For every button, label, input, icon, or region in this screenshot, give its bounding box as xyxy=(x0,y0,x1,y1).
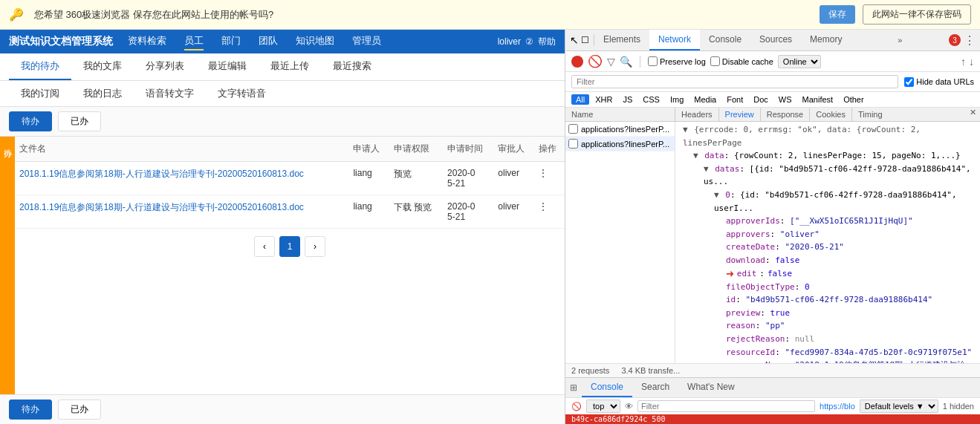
subnav-pending[interactable]: 我的待办 xyxy=(9,53,71,80)
console-level-select[interactable]: Default levels ▼ xyxy=(860,399,938,413)
help-link[interactable]: 帮助 xyxy=(538,36,556,48)
save-button[interactable]: 保存 xyxy=(820,5,855,24)
settings-icon[interactable]: ⋮ xyxy=(964,33,976,48)
filter-input[interactable] xyxy=(571,75,898,88)
col-headers[interactable]: Headers xyxy=(675,108,719,121)
filter-button[interactable]: ▽ xyxy=(607,56,615,68)
request-list: applications?linesPerP... applications?l… xyxy=(565,122,675,363)
dt-tab-memory[interactable]: Memory xyxy=(801,30,851,50)
tab-done[interactable]: 已办 xyxy=(58,111,101,131)
file-link-1[interactable]: 2018.1.19信息参阅第18期-人行道建设与治理专刊-20200520160… xyxy=(19,169,304,179)
date-1: 2020-05-21 xyxy=(443,162,493,195)
page-1-button[interactable]: 1 xyxy=(279,236,300,257)
type-font[interactable]: Font xyxy=(722,94,747,105)
console-area: ⊞ Console Search What's New 🚫 top 👁 http… xyxy=(565,377,980,414)
type-css[interactable]: CSS xyxy=(638,94,664,105)
tab-pending[interactable]: 待办 xyxy=(9,111,52,131)
preserve-log-checkbox[interactable] xyxy=(648,56,658,66)
type-img[interactable]: Img xyxy=(666,94,688,105)
download-icon[interactable]: ↓ xyxy=(969,56,974,68)
inspect-icon[interactable]: ☐ xyxy=(581,35,589,45)
col-filename: 文件名 xyxy=(15,137,348,162)
preview-line-8: ➜ edit: false xyxy=(680,267,976,281)
preview-line-4: approverIds: ["__XwX51oIC65R1J1IjHqU]" xyxy=(680,215,976,228)
bottom-tab-pending[interactable]: 待办 xyxy=(9,399,52,420)
console-tab-whats-new[interactable]: What's New xyxy=(678,378,744,397)
dt-tab-sources[interactable]: Sources xyxy=(750,30,801,50)
console-tab-search[interactable]: Search xyxy=(632,378,678,397)
no-save-button[interactable]: 此网站一律不保存密码 xyxy=(863,4,971,25)
bottom-tab-done[interactable]: 已办 xyxy=(58,399,101,420)
col-cookies[interactable]: Cookies xyxy=(810,108,852,121)
throttle-select[interactable]: Online xyxy=(778,55,821,68)
preview-line-13: rejectReason: null xyxy=(680,333,976,346)
type-xhr[interactable]: XHR xyxy=(591,94,617,105)
nav-item-employee[interactable]: 员工 xyxy=(184,33,204,50)
data-table: 文件名 申请人 申请权限 申请时间 审批人 操作 2018.1.19信息参阅第1… xyxy=(15,137,565,229)
type-all[interactable]: All xyxy=(571,94,589,105)
nav-item-team[interactable]: 团队 xyxy=(259,33,278,50)
clear-button[interactable]: 🚫 xyxy=(588,54,603,68)
permission-2: 下载 预览 xyxy=(389,195,443,229)
nav-item-admin[interactable]: 管理员 xyxy=(352,33,381,50)
upload-icon[interactable]: ↑ xyxy=(961,56,966,68)
hide-data-urls-checkbox[interactable] xyxy=(904,77,914,87)
console-filter-url: https://blo xyxy=(820,402,855,411)
type-manifest[interactable]: Manifest xyxy=(798,94,838,105)
disable-cache-checkbox[interactable] xyxy=(710,56,720,66)
sub-nav2: 我的订阅 我的日志 语音转文字 文字转语音 xyxy=(0,81,565,107)
nav-items: 资料检索 员工 部门 团队 知识地图 管理员 xyxy=(128,33,381,50)
subnav-recent-search[interactable]: 最近搜索 xyxy=(321,53,383,80)
nav-item-dept[interactable]: 部门 xyxy=(221,33,241,50)
eye-icon[interactable]: 👁 xyxy=(625,402,633,411)
subnav2-speech[interactable]: 语音转文字 xyxy=(134,84,206,103)
close-panel-btn[interactable]: ✕ xyxy=(970,108,980,121)
subnav-recent-upload[interactable]: 最近上传 xyxy=(259,53,321,80)
action-2[interactable]: ⋮ xyxy=(534,195,565,229)
preview-line-0: ▼ {errcode: 0, errmsg: "ok", data: {rowC… xyxy=(680,123,976,149)
type-js[interactable]: JS xyxy=(618,94,637,105)
dt-tab-network[interactable]: Network xyxy=(649,30,700,50)
preview-line-6: createDate: "2020-05-21" xyxy=(680,241,976,254)
col-preview[interactable]: Preview xyxy=(719,108,761,121)
request-item-1[interactable]: applications?linesPerP... xyxy=(565,122,675,137)
next-page-button[interactable]: › xyxy=(305,236,325,257)
nav-item-resource[interactable]: 资料检索 xyxy=(128,33,166,50)
type-ws[interactable]: WS xyxy=(774,94,796,105)
prev-page-button[interactable]: ‹ xyxy=(254,236,275,257)
nav-item-knowledge[interactable]: 知识地图 xyxy=(296,33,334,50)
console-context-select[interactable]: top xyxy=(586,399,620,413)
dt-tab-elements[interactable]: Elements xyxy=(594,30,649,50)
req-checkbox-2[interactable] xyxy=(568,139,578,149)
subnav2-subscription[interactable]: 我的订阅 xyxy=(9,84,71,103)
col-applicant: 申请人 xyxy=(348,137,389,162)
key-icon: 🔑 xyxy=(9,7,24,22)
cursor-icon[interactable]: ↖ xyxy=(570,34,579,46)
type-media[interactable]: Media xyxy=(689,94,721,105)
subnav-recent-edit[interactable]: 最近编辑 xyxy=(196,53,259,80)
action-1[interactable]: ⋮ xyxy=(534,162,565,195)
dt-tab-more[interactable]: » xyxy=(892,31,908,49)
request-item-2[interactable]: applications?linesPerP... xyxy=(565,137,675,151)
filter-bar: Hide data URLs xyxy=(565,72,980,92)
applicant-2: liang xyxy=(348,195,389,229)
table-header: 文件名 申请人 申请权限 申请时间 审批人 操作 xyxy=(15,137,565,162)
console-expand-icon[interactable]: ⊞ xyxy=(570,382,577,393)
subnav2-journal[interactable]: 我的日志 xyxy=(71,84,134,103)
console-tab-console[interactable]: Console xyxy=(582,378,632,397)
subnav-library[interactable]: 我的文库 xyxy=(71,53,134,80)
file-link-2[interactable]: 2018.1.19信息参阅第18期-人行道建设与治理专刊-20200520160… xyxy=(19,202,304,212)
req-checkbox-1[interactable] xyxy=(568,124,578,134)
console-stop-icon[interactable]: 🚫 xyxy=(571,402,582,411)
col-timing[interactable]: Timing xyxy=(852,108,970,121)
dt-tab-console[interactable]: Console xyxy=(700,30,750,50)
subnav-share[interactable]: 分享列表 xyxy=(134,53,196,80)
type-other[interactable]: Other xyxy=(839,94,869,105)
console-filter-input[interactable] xyxy=(637,400,815,412)
col-response[interactable]: Response xyxy=(761,108,811,121)
subnav2-text[interactable]: 文字转语音 xyxy=(206,84,278,103)
table-wrapper: 文件名 申请人 申请权限 申请时间 审批人 操作 2018.1.19信息参阅第1… xyxy=(15,137,565,394)
type-doc[interactable]: Doc xyxy=(749,94,773,105)
record-button[interactable] xyxy=(571,56,583,68)
search-network-button[interactable]: 🔍 xyxy=(620,56,632,68)
